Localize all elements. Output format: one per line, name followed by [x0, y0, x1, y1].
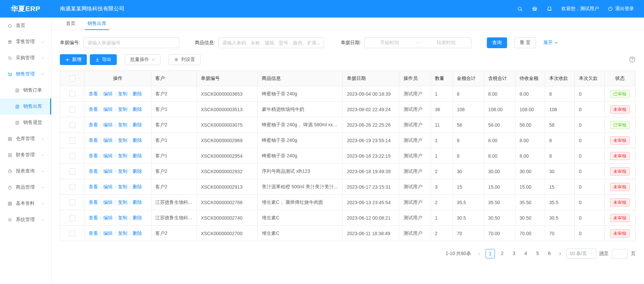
table-row: 查看|编辑|复制|删除江苏德鲁生物科...XSCK00000002740维生素C…: [60, 210, 636, 226]
column-header-tax_total: 含税合计: [484, 71, 515, 86]
page-button-1[interactable]: 1: [486, 249, 495, 258]
edit-link[interactable]: 编辑: [103, 137, 113, 143]
expand-link[interactable]: 展开: [543, 40, 558, 46]
copy-link[interactable]: 复制: [118, 153, 127, 158]
row-checkbox[interactable]: [69, 153, 75, 159]
copy-link[interactable]: 复制: [118, 184, 127, 189]
edit-link[interactable]: 编辑: [103, 184, 113, 189]
edit-link[interactable]: 编辑: [103, 122, 113, 127]
bell-icon[interactable]: [546, 6, 552, 12]
delete-link[interactable]: 删除: [133, 184, 142, 189]
sidebar-item-sales-outbound[interactable]: 销售出库: [0, 98, 51, 115]
search-button[interactable]: 查询: [487, 37, 507, 48]
cell-tax_total: 108.00: [484, 102, 515, 117]
page-button-4[interactable]: 4: [522, 249, 530, 258]
copy-link[interactable]: 复制: [118, 168, 127, 174]
copy-link[interactable]: 复制: [118, 122, 127, 127]
edit-link[interactable]: 编辑: [103, 168, 113, 174]
sidebar-item-sales[interactable]: 销售管理: [0, 66, 51, 82]
page-button-6[interactable]: 6: [545, 249, 554, 258]
page-button-5[interactable]: 5: [533, 249, 542, 258]
row-checkbox[interactable]: [69, 91, 75, 97]
sidebar-item-system[interactable]: 系统管理: [0, 212, 51, 228]
delete-link[interactable]: 删除: [133, 168, 142, 174]
column-settings-button[interactable]: 列设置: [169, 54, 201, 65]
sidebar-item-product[interactable]: 商品管理: [0, 179, 51, 195]
sidebar-item-purchase[interactable]: 采购管理: [0, 50, 51, 66]
help-icon[interactable]: [629, 56, 636, 63]
edit-link[interactable]: 编辑: [103, 91, 113, 96]
view-link[interactable]: 查看: [88, 122, 98, 127]
delete-link[interactable]: 删除: [133, 91, 142, 96]
next-page-button[interactable]: [557, 252, 563, 256]
sidebar-item-sales-return[interactable]: 销售退货: [0, 115, 51, 131]
sidebar-item-sales-order[interactable]: 销售订单: [0, 82, 51, 98]
search-icon[interactable]: [517, 6, 523, 12]
reset-button[interactable]: 重置: [514, 37, 536, 48]
select-all-checkbox[interactable]: [69, 75, 75, 82]
copy-link[interactable]: 复制: [118, 106, 127, 112]
view-link[interactable]: 查看: [88, 91, 98, 96]
delete-link[interactable]: 删除: [133, 137, 142, 143]
view-link[interactable]: 查看: [88, 184, 98, 189]
row-checkbox[interactable]: [69, 215, 75, 221]
app-logo[interactable]: 华夏ERP: [0, 4, 51, 13]
sidebar-item-finance[interactable]: 财务管理: [0, 147, 51, 163]
edit-link[interactable]: 编辑: [103, 153, 113, 158]
copy-link[interactable]: 复制: [118, 91, 127, 96]
row-checkbox[interactable]: [69, 106, 75, 113]
row-checkbox[interactable]: [69, 137, 75, 144]
tab-home[interactable]: 首页: [60, 18, 81, 30]
bill-no-input[interactable]: [83, 37, 179, 48]
sidebar-item-retail[interactable]: 零售管理: [0, 34, 51, 50]
page-button-3[interactable]: 3: [510, 249, 518, 258]
cell-product: 序列号商品测试 xlh123: [258, 164, 343, 179]
delete-link[interactable]: 删除: [133, 199, 142, 205]
view-link[interactable]: 查看: [88, 153, 98, 158]
view-link[interactable]: 查看: [88, 137, 98, 143]
sidebar-item-home[interactable]: 首页: [0, 18, 51, 34]
delete-link[interactable]: 删除: [133, 153, 142, 158]
add-button[interactable]: 新增: [60, 54, 87, 65]
delete-link[interactable]: 删除: [133, 215, 142, 220]
edit-link[interactable]: 编辑: [103, 106, 113, 112]
sidebar-item-report[interactable]: 报表查询: [0, 163, 51, 179]
export-button[interactable]: 导出: [90, 54, 117, 65]
view-link[interactable]: 查看: [88, 199, 98, 205]
copy-link[interactable]: 复制: [118, 215, 127, 220]
row-checkbox[interactable]: [69, 199, 75, 206]
cell-receivable: 30.00: [515, 164, 545, 179]
logout-button[interactable]: 退出登录: [608, 6, 634, 12]
bank-icon[interactable]: [532, 6, 538, 12]
copy-link[interactable]: 复制: [118, 199, 127, 205]
sidebar-item-label: 销售出库: [23, 103, 42, 109]
jump-page-input[interactable]: [612, 249, 628, 258]
delete-link[interactable]: 删除: [133, 122, 142, 127]
sidebar-item-warehouse[interactable]: 仓库管理: [0, 131, 51, 147]
page-button-2[interactable]: 2: [498, 249, 507, 258]
delete-link[interactable]: 删除: [133, 106, 142, 112]
view-link[interactable]: 查看: [88, 215, 98, 220]
link-separator: |: [129, 184, 131, 189]
column-header-ops: 操作: [84, 71, 151, 86]
row-checkbox[interactable]: [69, 184, 75, 190]
view-link[interactable]: 查看: [88, 106, 98, 112]
page-size-select[interactable]: 10 条/页: [566, 249, 596, 259]
row-checkbox[interactable]: [69, 122, 75, 128]
delete-link[interactable]: 删除: [133, 230, 142, 236]
date-range-input[interactable]: 开始时间 ~ 结束时间: [364, 37, 471, 48]
batch-actions-button[interactable]: 批量操作: [125, 54, 160, 65]
row-checkbox[interactable]: [69, 230, 75, 236]
sidebar-item-basedata[interactable]: 基本资料: [0, 195, 51, 212]
edit-link[interactable]: 编辑: [103, 199, 113, 205]
edit-link[interactable]: 编辑: [103, 230, 113, 236]
edit-link[interactable]: 编辑: [103, 215, 113, 220]
prev-page-button[interactable]: [476, 252, 482, 256]
row-checkbox[interactable]: [69, 168, 75, 175]
view-link[interactable]: 查看: [88, 168, 98, 174]
view-link[interactable]: 查看: [88, 230, 98, 236]
copy-link[interactable]: 复制: [118, 230, 127, 236]
copy-link[interactable]: 复制: [118, 137, 127, 143]
product-info-input[interactable]: [218, 37, 324, 48]
tab-sales-outbound[interactable]: 销售出库: [81, 18, 112, 30]
